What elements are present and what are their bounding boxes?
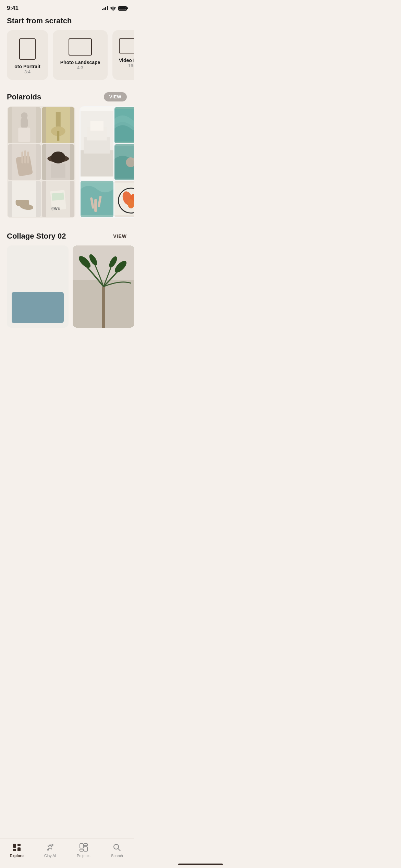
photo-cell-1	[8, 107, 41, 143]
photo-cell-5	[8, 181, 41, 217]
blue-accent-block	[12, 292, 64, 323]
polaroid-card-2[interactable]	[80, 106, 134, 218]
photo-cell-4	[42, 144, 75, 180]
photo-cell-6: EWE	[42, 181, 75, 217]
collage-story-section-header: Collage Story 02 VIEW	[0, 226, 134, 245]
photo-cell-8	[114, 107, 134, 143]
polaroid-card-1[interactable]: EWE	[7, 106, 75, 218]
photo-cell-10	[81, 181, 113, 217]
collage-story-title: Collage Story 02	[7, 232, 66, 241]
svg-text:EWE: EWE	[51, 206, 60, 211]
polaroids-view-button[interactable]: VIEW	[104, 92, 127, 101]
svg-rect-49	[102, 287, 105, 328]
svg-rect-23	[51, 193, 64, 201]
photo-cell-2	[42, 107, 75, 143]
collage-story-card-1[interactable]	[7, 245, 69, 328]
svg-rect-10	[21, 152, 23, 164]
photo-cell-11	[114, 181, 134, 217]
photo-cell-7	[81, 107, 113, 180]
polaroids-title: Polaroids	[7, 93, 41, 101]
photo-cell-3	[8, 144, 41, 180]
status-icons	[102, 6, 127, 11]
portrait-icon	[19, 38, 36, 60]
templates-scroll: oto Portrait 3:4 Photo Landscape 4:3 Vid…	[0, 30, 134, 87]
svg-point-15	[51, 152, 65, 164]
polaroids-scroll: EWE	[0, 106, 134, 226]
svg-rect-12	[27, 152, 29, 164]
photo-cell-9	[114, 144, 134, 180]
wifi-icon	[110, 6, 116, 11]
svg-rect-17	[12, 181, 36, 217]
collage-story-card-2[interactable]	[73, 245, 134, 328]
svg-rect-34	[94, 199, 97, 212]
portrait-label: oto Portrait 3:4	[14, 64, 40, 74]
start-from-scratch-title: Start from scratch	[0, 13, 134, 30]
svg-rect-7	[57, 131, 59, 141]
polaroids-section-header: Polaroids VIEW	[0, 87, 134, 106]
svg-rect-2	[18, 128, 30, 142]
landscape-label: Photo Landscape 4:3	[60, 60, 100, 70]
collage-story-scroll	[0, 245, 134, 338]
template-card-landscape[interactable]: Photo Landscape 4:3	[53, 30, 108, 80]
video-label: Video La… 16:	[119, 58, 134, 68]
template-card-portrait[interactable]: oto Portrait 3:4	[7, 30, 48, 80]
signal-icon	[102, 6, 108, 10]
svg-point-3	[21, 112, 28, 119]
battery-icon	[118, 6, 127, 11]
svg-rect-19	[16, 200, 29, 204]
template-card-video[interactable]: Video La… 16:	[112, 30, 134, 80]
svg-rect-11	[24, 150, 26, 163]
collage-story-view-button[interactable]: VIEW	[113, 233, 127, 239]
video-land-icon	[119, 38, 134, 53]
status-time: 9:41	[7, 5, 19, 12]
svg-rect-16	[51, 163, 65, 178]
svg-rect-29	[90, 121, 104, 131]
svg-rect-26	[81, 150, 113, 176]
landscape-icon	[69, 38, 92, 56]
status-bar: 9:41	[0, 0, 134, 13]
